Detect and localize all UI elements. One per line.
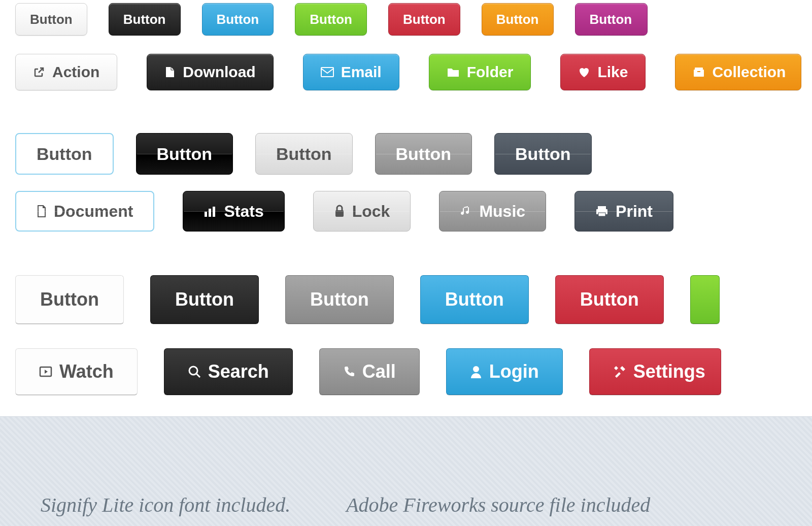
footer-text-left: Signify Lite icon font included. — [41, 493, 290, 526]
folder-button[interactable]: Folder — [429, 54, 531, 90]
button-label: Button — [396, 144, 452, 164]
music-button[interactable]: Music — [439, 191, 546, 232]
shelf-gray[interactable]: Button — [285, 275, 394, 324]
call-button[interactable]: Call — [319, 348, 420, 395]
envelope-icon — [321, 67, 334, 77]
row-basic-colors: Button Button Button Button Button Butto… — [15, 3, 797, 36]
button-gloss-black[interactable]: Button — [136, 133, 233, 175]
button-label: Button — [590, 12, 632, 27]
button-label: Action — [52, 63, 99, 81]
document-icon — [37, 205, 47, 218]
shelf-black[interactable]: Button — [150, 275, 259, 324]
button-label: Document — [54, 202, 133, 221]
bar-chart-icon — [204, 206, 217, 217]
button-label: Button — [217, 12, 259, 27]
svg-rect-6 — [213, 207, 215, 217]
print-button[interactable]: Print — [574, 191, 673, 232]
box-icon — [693, 67, 705, 78]
row-glossy-icons: Document Stats Lock Music Print — [15, 191, 797, 232]
svg-rect-3 — [697, 71, 700, 72]
button-label: Call — [362, 361, 396, 382]
button-magenta[interactable]: Button — [575, 3, 648, 36]
button-outline[interactable]: Button — [15, 133, 114, 175]
svg-rect-10 — [598, 213, 605, 216]
button-label: Button — [123, 12, 166, 27]
stats-button[interactable]: Stats — [183, 191, 284, 232]
button-label: Collection — [712, 63, 786, 81]
settings-button[interactable]: Settings — [589, 348, 721, 395]
button-label: Stats — [224, 202, 263, 221]
svg-rect-8 — [598, 206, 606, 209]
svg-rect-0 — [321, 68, 333, 77]
like-button[interactable]: Like — [560, 54, 646, 90]
button-label: Folder — [467, 63, 514, 81]
svg-rect-5 — [209, 209, 211, 217]
email-button[interactable]: Email — [303, 54, 399, 90]
button-orange[interactable]: Button — [482, 3, 554, 36]
footer-strip: Signify Lite icon font included. Adobe F… — [0, 416, 812, 526]
svg-rect-1 — [694, 70, 704, 77]
shelf-green[interactable] — [690, 275, 720, 324]
button-label: Search — [208, 361, 269, 382]
svg-rect-2 — [695, 68, 703, 70]
search-icon — [188, 365, 201, 378]
row-glossy-neutral: Button Button Button Button Button — [15, 133, 797, 175]
button-label: Email — [341, 63, 382, 81]
button-label: Button — [157, 144, 213, 164]
button-label: Button — [580, 289, 639, 310]
button-red[interactable]: Button — [388, 3, 460, 36]
download-button[interactable]: Download — [147, 54, 273, 90]
button-blue[interactable]: Button — [202, 3, 274, 36]
button-label: Button — [37, 144, 92, 164]
button-label: Button — [515, 144, 571, 164]
svg-rect-4 — [205, 212, 207, 217]
phone-icon — [343, 366, 355, 378]
button-label: Button — [40, 289, 99, 310]
shelf-white[interactable]: Button — [15, 275, 124, 324]
row-icon-actions: Action Download Email Folder Like Collec… — [15, 54, 797, 90]
printer-icon — [595, 205, 608, 217]
button-label: Watch — [59, 361, 114, 382]
action-button[interactable]: Action — [15, 54, 117, 90]
play-box-icon — [39, 366, 52, 377]
button-white[interactable]: Button — [15, 3, 87, 36]
button-label: Button — [175, 289, 234, 310]
svg-rect-7 — [335, 210, 344, 217]
row-shelf-icons: Watch Search Call Login Settings — [15, 348, 797, 395]
collection-button[interactable]: Collection — [675, 54, 801, 90]
button-label: Lock — [352, 202, 390, 221]
file-icon — [164, 66, 176, 78]
folder-icon — [447, 67, 460, 78]
button-black[interactable]: Button — [109, 3, 181, 36]
button-showcase: Button Button Button Button Button Butto… — [0, 3, 812, 395]
music-note-icon — [460, 205, 472, 217]
button-label: Button — [403, 12, 446, 27]
user-icon — [470, 365, 482, 378]
row-shelf-colors: Button Button Button Button Button — [15, 275, 797, 324]
svg-point-12 — [189, 367, 197, 375]
button-slate[interactable]: Button — [494, 133, 592, 175]
footer-text-right: Adobe Fireworks source file included — [346, 493, 650, 526]
button-label: Settings — [633, 361, 705, 382]
button-gray[interactable]: Button — [375, 133, 472, 175]
button-label: Button — [310, 289, 369, 310]
button-label: Download — [183, 63, 255, 81]
button-label: Button — [310, 12, 352, 27]
button-label: Button — [496, 12, 539, 27]
button-label: Music — [479, 202, 525, 221]
login-button[interactable]: Login — [446, 348, 563, 395]
shelf-blue[interactable]: Button — [420, 275, 529, 324]
button-label: Button — [276, 144, 332, 164]
shelf-red[interactable]: Button — [555, 275, 664, 324]
svg-point-13 — [473, 366, 479, 372]
button-label: Print — [616, 202, 653, 221]
document-button[interactable]: Document — [15, 191, 154, 232]
watch-button[interactable]: Watch — [15, 348, 138, 395]
button-silver[interactable]: Button — [255, 133, 353, 175]
button-green[interactable]: Button — [295, 3, 367, 36]
lock-button[interactable]: Lock — [313, 191, 411, 232]
button-label: Login — [489, 361, 539, 382]
button-label: Button — [445, 289, 504, 310]
search-button[interactable]: Search — [164, 348, 293, 395]
tools-icon — [613, 365, 626, 378]
